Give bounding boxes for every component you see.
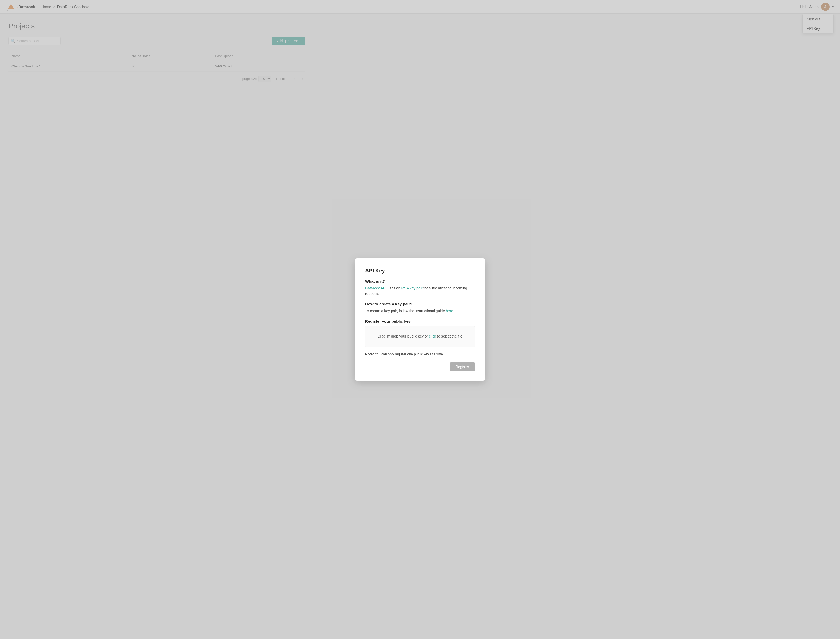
modal-overlay: API Key What is it? Datarock API uses an… (0, 0, 840, 90)
